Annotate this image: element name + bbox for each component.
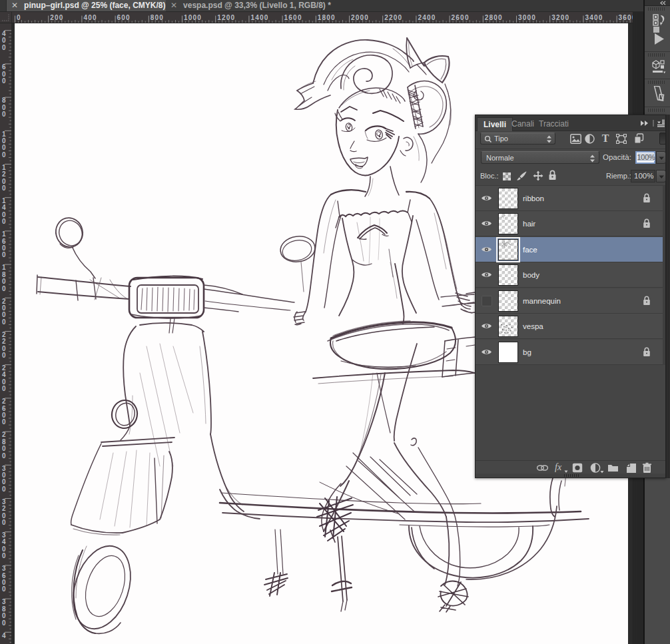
svg-text:0: 0 — [17, 14, 21, 21]
svg-text:0: 0 — [2, 311, 6, 318]
svg-text:3000: 3000 — [518, 14, 536, 21]
svg-text:8: 8 — [2, 97, 6, 104]
svg-text:2400: 2400 — [418, 14, 436, 21]
svg-text:fx: fx — [555, 462, 562, 472]
svg-text:0: 0 — [2, 251, 6, 258]
svg-text:6: 6 — [2, 63, 6, 71]
svg-text:1000: 1000 — [184, 14, 202, 21]
svg-text:0: 0 — [2, 178, 6, 185]
svg-text:3: 3 — [2, 498, 6, 505]
svg-text:8: 8 — [2, 605, 6, 613]
svg-text:2: 2 — [2, 431, 6, 438]
svg-text:0: 0 — [2, 418, 6, 426]
svg-text:1800: 1800 — [318, 14, 336, 21]
svg-text:4: 4 — [2, 538, 6, 545]
svg-text:0: 0 — [2, 37, 6, 44]
svg-text:0: 0 — [2, 184, 6, 192]
svg-text:0: 0 — [2, 385, 6, 392]
svg-text:1: 1 — [2, 264, 6, 271]
svg-text:2: 2 — [2, 331, 6, 338]
svg-text:4: 4 — [2, 204, 6, 211]
svg-text:0: 0 — [2, 485, 6, 493]
svg-text:3: 3 — [2, 598, 6, 605]
svg-text:4: 4 — [2, 371, 6, 378]
svg-text:0: 0 — [2, 144, 6, 151]
svg-text:0: 0 — [2, 452, 6, 460]
svg-text:0: 0 — [2, 77, 6, 85]
svg-text:6: 6 — [2, 572, 6, 579]
svg-text:2: 2 — [2, 398, 6, 405]
svg-text:0: 0 — [2, 445, 6, 452]
svg-text:0: 0 — [2, 71, 6, 78]
svg-text:1400: 1400 — [250, 14, 268, 21]
svg-text:0: 0 — [2, 585, 6, 593]
svg-text:0: 0 — [2, 211, 6, 218]
svg-text:1: 1 — [2, 131, 6, 138]
svg-text:6: 6 — [2, 238, 6, 245]
svg-text:0: 0 — [2, 318, 6, 326]
svg-text:2600: 2600 — [452, 14, 470, 21]
svg-text:0: 0 — [2, 552, 6, 559]
svg-text:0: 0 — [2, 512, 6, 519]
svg-text:0: 0 — [2, 579, 6, 586]
svg-text:0: 0 — [2, 472, 6, 479]
svg-text:0: 0 — [2, 612, 6, 619]
svg-text:1600: 1600 — [284, 14, 302, 21]
svg-text:3: 3 — [2, 465, 6, 472]
svg-text:0: 0 — [2, 111, 6, 118]
svg-text:6: 6 — [2, 405, 6, 412]
svg-text:0: 0 — [2, 545, 6, 553]
svg-text:1: 1 — [2, 164, 6, 171]
svg-text:4: 4 — [2, 632, 6, 639]
svg-text:0: 0 — [2, 104, 6, 111]
svg-text:0: 0 — [2, 378, 6, 386]
svg-text:2800: 2800 — [485, 14, 503, 21]
svg-text:1: 1 — [2, 197, 6, 204]
svg-text:2: 2 — [2, 505, 6, 512]
svg-text:4: 4 — [2, 30, 6, 37]
svg-text:2: 2 — [2, 298, 6, 305]
svg-text:0: 0 — [2, 304, 6, 312]
svg-text:8: 8 — [2, 438, 6, 446]
svg-text:0: 0 — [2, 151, 6, 159]
svg-text:3: 3 — [2, 531, 6, 539]
svg-text:0: 0 — [2, 352, 6, 359]
svg-text:2: 2 — [2, 338, 6, 345]
svg-text:0: 0 — [2, 478, 6, 485]
svg-text:0: 0 — [2, 44, 6, 51]
svg-text:1200: 1200 — [217, 14, 235, 21]
svg-text:8: 8 — [2, 271, 6, 278]
svg-text:3200: 3200 — [551, 14, 569, 21]
svg-text:0: 0 — [2, 619, 6, 627]
svg-text:0: 0 — [2, 519, 6, 526]
svg-text:3600: 3600 — [619, 14, 633, 21]
svg-text:0: 0 — [2, 137, 6, 145]
svg-text:2200: 2200 — [384, 14, 402, 21]
svg-text:2: 2 — [2, 170, 6, 178]
svg-text:1: 1 — [2, 230, 6, 238]
svg-text:2: 2 — [2, 364, 6, 372]
svg-text:0: 0 — [2, 285, 6, 292]
svg-text:0: 0 — [2, 244, 6, 252]
svg-text:0: 0 — [2, 412, 6, 419]
svg-text:T: T — [602, 133, 609, 143]
svg-text:0: 0 — [2, 218, 6, 225]
svg-text:2000: 2000 — [351, 14, 369, 21]
svg-text:3400: 3400 — [585, 14, 603, 21]
svg-text:0: 0 — [2, 278, 6, 285]
svg-text:3: 3 — [2, 565, 6, 572]
svg-text:0: 0 — [2, 345, 6, 352]
